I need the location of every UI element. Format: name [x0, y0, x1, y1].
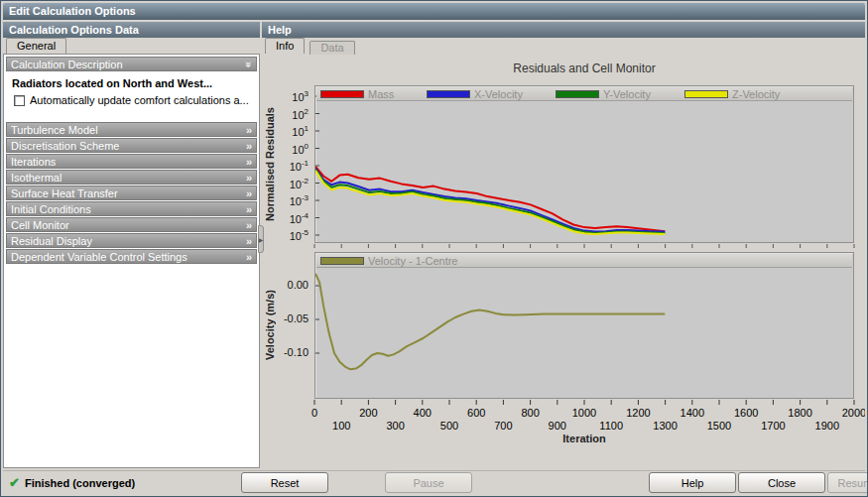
chevron-double-right-icon: » — [246, 172, 252, 184]
legend-label: Z-Velocity — [732, 89, 780, 99]
help-panel-header: Help — [262, 22, 865, 38]
tab-data: Data — [310, 41, 354, 55]
tab-info[interactable]: Info — [265, 38, 305, 54]
chevron-double-right-icon: » — [246, 219, 252, 231]
section-header-iterations[interactable]: Iterations » — [6, 154, 257, 169]
x-tick-label: 1600 — [734, 407, 758, 419]
residuals-legend: MassX-VelocityY-VelocityZ-Velocity — [316, 87, 852, 101]
help-tab-row: Info Data — [262, 38, 865, 54]
legend-swatch-icon — [427, 90, 470, 98]
legend-swatch-icon — [684, 90, 728, 98]
y-tick-label: 10-4 — [290, 211, 309, 225]
chevron-double-right-icon: » — [246, 235, 252, 247]
x-tick-label: 100 — [332, 420, 350, 432]
legend-item: Velocity - 1-Centre — [320, 256, 457, 266]
legend-label: Mass — [368, 89, 394, 99]
x-tick-label: 1200 — [626, 407, 650, 419]
x-tick-label: 1900 — [815, 420, 839, 432]
residuals-y-tick-labels: 10310210110010-110-210-310-410-5 — [262, 86, 311, 242]
y-tick-label: 103 — [292, 89, 309, 103]
calculation-description-content: Radiators located on North and West... A… — [6, 72, 257, 122]
legend-swatch-icon — [320, 90, 364, 98]
x-tick-label: 200 — [359, 407, 377, 419]
close-button[interactable]: Close — [738, 472, 825, 493]
legend-label: X-Velocity — [474, 89, 523, 99]
x-tick-label: 900 — [549, 420, 566, 432]
residuals-x-ticks — [262, 244, 865, 249]
section-header-discretisation-scheme[interactable]: Discretisation Scheme » — [6, 138, 257, 153]
y-tick-label: 10-5 — [290, 228, 309, 242]
x-tick-label: 1400 — [681, 407, 704, 419]
x-tick-label: 500 — [440, 420, 458, 432]
auto-update-comfort-row[interactable]: Automatically update comfort calculation… — [14, 94, 253, 106]
left-panel-header: Calculation Options Data — [3, 22, 260, 38]
edit-calculation-options-dialog: Edit Calculation Options Calculation Opt… — [0, 0, 868, 497]
section-header-dependent-variable-control-settings[interactable]: Dependent Variable Control Settings » — [6, 249, 257, 264]
section-header-isothermal[interactable]: Isothermal » — [6, 170, 257, 185]
series-line-mass — [315, 167, 665, 231]
left-tab-row: General — [3, 38, 260, 54]
tab-general[interactable]: General — [6, 38, 66, 54]
x-tick-label: 1000 — [572, 407, 596, 419]
y-tick-label: 10-3 — [290, 193, 309, 207]
help-panel: Help Info Data Residuals and Cell Monito… — [262, 22, 865, 468]
dialog-titlebar[interactable]: Edit Calculation Options — [3, 3, 865, 20]
dialog-title: Edit Calculation Options — [9, 5, 136, 17]
series-line-x-velocity — [315, 169, 665, 232]
legend-swatch-icon — [320, 257, 364, 265]
y-tick-label: -0.10 — [284, 346, 309, 358]
panel-splitter-handle[interactable]: ▶ — [258, 225, 264, 253]
help-button[interactable]: Help — [649, 472, 736, 493]
section-header-calculation-description[interactable]: Calculation Description » — [6, 57, 257, 71]
y-tick-label: 0.00 — [288, 279, 309, 291]
section-header-cell-monitor[interactable]: Cell Monitor » — [6, 217, 257, 232]
reset-button[interactable]: Reset — [241, 472, 328, 493]
residuals-plot: MassX-VelocityY-VelocityZ-Velocity — [314, 85, 854, 243]
legend-swatch-icon — [556, 90, 599, 98]
status-text: Finished (converged) — [25, 477, 135, 489]
section-header-residual-display[interactable]: Residual Display » — [6, 233, 257, 248]
splitter-arrow-icon: ▶ — [259, 236, 264, 243]
cell-monitor-chart-svg — [315, 253, 853, 398]
y-tick-label: 100 — [292, 142, 309, 156]
legend-item: Mass — [320, 89, 394, 99]
calculation-description-text: Radiators located on North and West... — [12, 77, 253, 89]
chart-title: Residuals and Cell Monitor — [314, 62, 854, 75]
status-bar: ✔ Finished (converged) Reset Pause Help … — [3, 470, 865, 494]
resume-button: Resume — [827, 472, 868, 493]
residuals-chart-svg — [315, 86, 853, 242]
calculation-options-panel: Calculation Options Data General Calcula… — [3, 22, 260, 468]
chart-area: Residuals and Cell Monitor Normalised Re… — [262, 54, 865, 468]
x-tick-label: 1700 — [761, 420, 785, 432]
chevron-double-down-icon: » — [243, 61, 255, 66]
options-accordion: Calculation Description » Radiators loca… — [3, 54, 260, 468]
section-header-turbulence-model[interactable]: Turbulence Model » — [6, 122, 257, 137]
chevron-double-right-icon: » — [246, 203, 252, 215]
section-header-surface-heat-transfer[interactable]: Surface Heat Transfer » — [6, 186, 257, 200]
x-tick-label: 1300 — [653, 420, 677, 432]
y-tick-label: 102 — [292, 107, 309, 121]
cell-monitor-legend: Velocity - 1-Centre — [316, 254, 852, 268]
y-tick-label: 10-1 — [290, 159, 309, 173]
pause-button: Pause — [385, 472, 472, 493]
chevron-double-right-icon: » — [246, 251, 252, 263]
checkbox-unchecked-icon[interactable] — [14, 95, 25, 106]
x-tick-label: 800 — [521, 407, 539, 419]
series-line-velocity-1-centre — [315, 274, 665, 370]
dialog-body: Calculation Options Data General Calcula… — [3, 22, 865, 468]
chevron-double-right-icon: » — [246, 124, 252, 136]
legend-label: Velocity - 1-Centre — [368, 256, 457, 266]
x-tick-label: 300 — [386, 420, 404, 432]
section-header-initial-conditions[interactable]: Initial Conditions » — [6, 201, 257, 216]
x-tick-label: 600 — [467, 407, 485, 419]
legend-item: Z-Velocity — [684, 89, 780, 99]
x-tick-label: 1100 — [599, 420, 623, 432]
chevron-double-right-icon: » — [246, 140, 252, 152]
x-tick-label: 700 — [494, 420, 512, 432]
y-tick-label: 10-2 — [290, 177, 309, 190]
check-icon: ✔ — [9, 475, 20, 490]
x-tick-label: 0 — [311, 407, 317, 419]
legend-label: Y-Velocity — [603, 89, 651, 99]
x-tick-label: 400 — [414, 407, 432, 419]
x-tick-label: 2000 — [842, 407, 865, 419]
